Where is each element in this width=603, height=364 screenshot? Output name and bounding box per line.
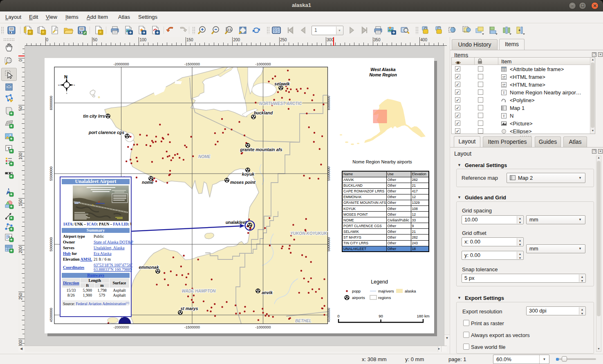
svg-text:W: W (58, 84, 60, 86)
svg-text:emmonak: emmonak (139, 265, 159, 270)
svg-text:anvik: anvik (262, 290, 273, 295)
svg-text:-1500000: -1500000 (184, 325, 200, 329)
svg-text:5500000: 5500000 (327, 166, 331, 181)
svg-text:st marys: st marys (180, 306, 198, 311)
svg-text:airports: airports (352, 295, 365, 300)
svg-text:T: T (503, 91, 505, 95)
svg-text:N: N (64, 74, 67, 79)
svg-text:koyuk: koyuk (242, 172, 255, 176)
svg-text:regions: regions (378, 295, 391, 300)
svg-text:NOME: NOME (198, 154, 211, 159)
svg-text:5000000: 5000000 (327, 237, 331, 251)
svg-text:4500000: 4500000 (49, 308, 53, 322)
svg-text:BETHEL: BETHEL (295, 319, 312, 323)
svg-text:5500000: 5500000 (49, 166, 53, 181)
svg-text:YUKON-KOYUKUK: YUKON-KOYUKUK (290, 231, 327, 236)
svg-text:-2000000: -2000000 (113, 62, 129, 66)
svg-text:unalakleet: unalakleet (226, 220, 247, 225)
svg-text:nome: nome (142, 180, 153, 185)
svg-text:180 km: 180 km (417, 314, 429, 318)
svg-text:popp: popp (352, 289, 361, 293)
svg-text:-1000000: -1000000 (255, 325, 271, 329)
svg-text:SP: SP (502, 83, 506, 86)
svg-text:SP: SP (502, 75, 506, 78)
svg-text:port clarence cgs: port clarence cgs (88, 130, 124, 135)
svg-text:E: E (74, 84, 75, 86)
svg-text:N: N (7, 189, 9, 192)
svg-text:-1500000: -1500000 (184, 62, 200, 66)
svg-text:selawik: selawik (274, 81, 290, 86)
svg-text:alaska: alaska (405, 289, 416, 293)
svg-text:S: S (66, 92, 67, 94)
svg-text:T: T (503, 114, 505, 118)
svg-text:4500000: 4500000 (327, 308, 331, 322)
svg-text:granite mountain afs: granite mountain afs (240, 147, 282, 152)
svg-text:90: 90 (379, 314, 383, 318)
svg-text:buckland: buckland (254, 110, 273, 115)
svg-text:5000000: 5000000 (49, 237, 53, 251)
svg-text:6000000: 6000000 (327, 96, 331, 110)
svg-text:-2000000: -2000000 (113, 325, 129, 329)
svg-text:6000000: 6000000 (49, 96, 53, 110)
svg-text:moses point: moses point (230, 180, 256, 185)
svg-text:WADE HAMPTON: WADE HAMPTON (182, 289, 216, 293)
svg-text:0: 0 (337, 314, 339, 318)
svg-text:-1000000: -1000000 (255, 62, 271, 66)
svg-text:tin city lrrs: tin city lrrs (83, 114, 105, 118)
svg-text:1:1: 1:1 (227, 28, 231, 31)
svg-text:NORTHWEST ARCTIC: NORTHWEST ARCTIC (259, 101, 302, 106)
svg-text:majrivers: majrivers (378, 289, 394, 293)
